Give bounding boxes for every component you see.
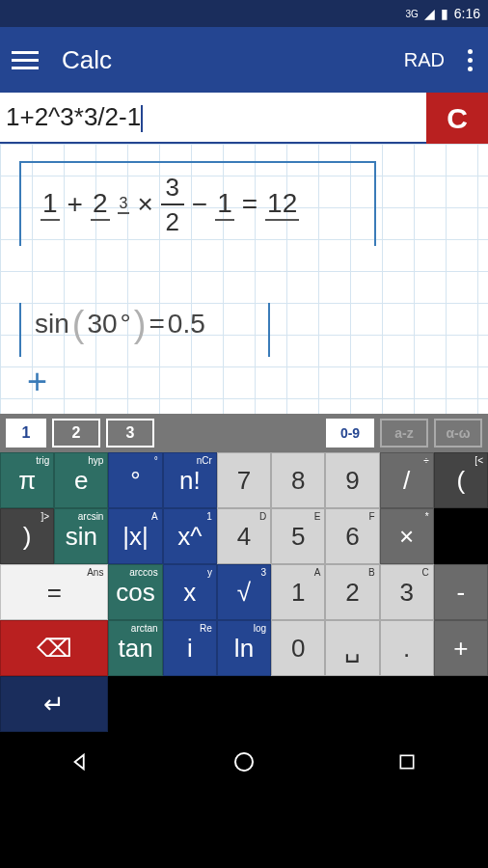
expression-box-2[interactable]: sin ( 30 ° ) = 0.5 [19,303,270,357]
key-sym[interactable]: ↵ [0,676,108,732]
expression-box-1[interactable]: 1 + 23 × 32 − 1 = 12 [19,161,376,236]
key-8[interactable]: 8 [271,452,325,508]
workspace-tab-1[interactable]: 1 [6,419,46,448]
key-3[interactable]: 3C [380,564,434,620]
rendered-expression-2: sin ( 30 ° ) = 0.5 [35,309,255,339]
key-sym[interactable]: °° [108,452,162,508]
workspace-tab-3[interactable]: 3 [106,419,154,448]
app-title: Calc [62,45,404,75]
key-ln[interactable]: lnlog [217,620,271,676]
key-4[interactable]: 4D [217,508,271,564]
key-cos[interactable]: cosarccos [108,564,162,620]
key-sym[interactable]: + [434,620,488,676]
key-9[interactable]: 9 [325,452,379,508]
svg-rect-1 [400,755,413,768]
menu-button[interactable] [12,51,39,69]
recents-button[interactable] [394,749,420,774]
key-x[interactable]: x^1 [163,508,217,564]
tab-row: 1 2 3 0-9 a-z α-ω [0,414,488,452]
signal-icon: ◢ [424,6,435,21]
key-sym[interactable]: ([< [434,452,488,508]
overflow-menu-button[interactable] [464,45,476,75]
input-row: 1+2^3*3/2-1 C [0,93,488,144]
key-sym[interactable]: )]> [0,508,54,564]
key-sym[interactable]: ×* [380,508,434,564]
expression-input[interactable]: 1+2^3*3/2-1 [0,93,426,144]
paren-right-icon: ) [134,310,147,339]
status-bar: 3G ◢ ▮ 6:16 [0,0,488,27]
angle-mode-button[interactable]: RAD [404,49,445,71]
key-sym[interactable]: ␣ [325,620,379,676]
key-n[interactable]: n!nCr [163,452,217,508]
network-indicator: 3G [405,9,418,19]
keypad-mode-greek[interactable]: α-ω [434,419,482,448]
key-x[interactable]: |x|A [108,508,162,564]
key-sym[interactable]: =Ans [0,564,108,620]
key-6[interactable]: 6F [325,508,379,564]
battery-icon: ▮ [441,6,448,21]
key-sym[interactable]: ⌫ [0,620,108,676]
key-sym[interactable]: . [380,620,434,676]
cursor [141,105,143,132]
keypad-mode-alpha[interactable]: a-z [380,419,428,448]
key-1[interactable]: 1A [271,564,325,620]
key-0[interactable]: 0 [271,620,325,676]
add-expression-button[interactable]: + [27,362,47,402]
back-button[interactable] [68,749,94,774]
clock: 6:16 [454,6,480,21]
key-x[interactable]: xy [163,564,217,620]
key-sym[interactable]: - [434,564,488,620]
expression-text: 1+2^3*3/2-1 [6,102,141,131]
app-bar: Calc RAD [0,27,488,93]
workspace-tab-2[interactable]: 2 [52,419,100,448]
key-7[interactable]: 7 [217,452,271,508]
key-i[interactable]: iRe [163,620,217,676]
key-sin[interactable]: sinarcsin [54,508,108,564]
key-sym[interactable]: /÷ [380,452,434,508]
key-2[interactable]: 2B [325,564,379,620]
home-button[interactable] [231,749,257,774]
key-sym[interactable]: πtrig [0,452,54,508]
rendered-expression-1: 1 + 23 × 32 − 1 = 12 [41,175,355,234]
keypad: πtrigehyp°°n!nCr789/÷([<)]>sinarcsin|x|A… [0,452,488,732]
keypad-mode-numeric[interactable]: 0-9 [326,419,374,448]
key-sym[interactable]: √3 [217,564,271,620]
workspace[interactable]: 1 + 23 × 32 − 1 = 12 sin ( 30 ° ) = 0.5 … [0,144,488,414]
paren-left-icon: ( [72,310,85,339]
svg-point-0 [235,753,253,771]
clear-button[interactable]: C [426,93,488,144]
android-nav-bar [0,732,488,792]
key-5[interactable]: 5E [271,508,325,564]
key-tan[interactable]: tanarctan [108,620,162,676]
key-e[interactable]: ehyp [54,452,108,508]
